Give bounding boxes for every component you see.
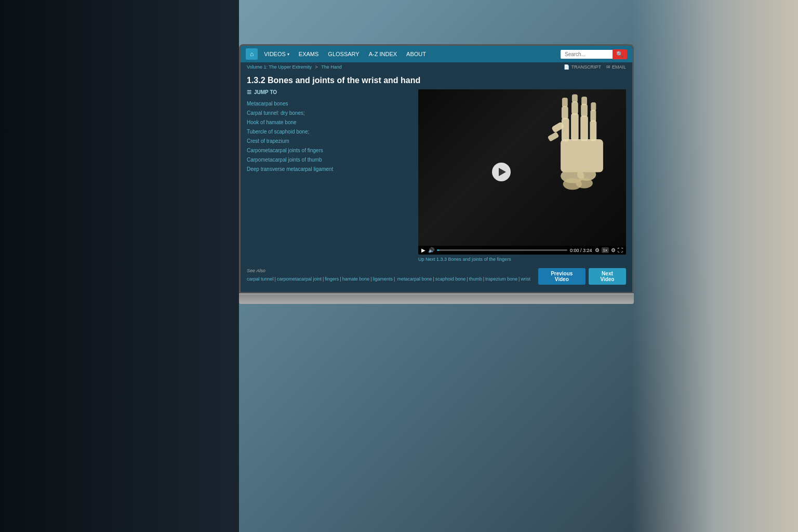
speed-badge[interactable]: 1x <box>602 247 609 253</box>
laptop-base <box>239 294 634 304</box>
see-also-link[interactable]: thumb <box>469 276 482 282</box>
see-also-link[interactable]: wrist <box>521 276 530 282</box>
main-content: 1.3.2 Bones and joints of the wrist and … <box>241 72 632 292</box>
svg-rect-12 <box>591 102 596 111</box>
search-container: 🔍 <box>561 49 627 59</box>
breadcrumb: Volume 1: The Upper Extremity > The Hand <box>247 64 342 70</box>
nav-bar: ⌂ VIDEOS ▾ EXAMS GLOSSARY A-Z INDEX <box>241 46 632 62</box>
page-title: 1.3.2 Bones and joints of the wrist and … <box>247 76 626 85</box>
video-thumbnail <box>418 89 626 255</box>
breadcrumb-bar: Volume 1: The Upper Extremity > The Hand… <box>241 62 632 72</box>
up-next-bar: Up Next 1.3.3 Bones and joints of the fi… <box>418 255 626 265</box>
left-panel: JUMP TO Metacarpal bones Carpal tunnel: … <box>247 89 413 265</box>
exams-nav-link[interactable]: EXAMS <box>295 49 323 59</box>
home-button[interactable]: ⌂ <box>246 48 258 60</box>
bone-image <box>543 92 621 196</box>
laptop-screen: ⌂ VIDEOS ▾ EXAMS GLOSSARY A-Z INDEX <box>239 44 634 294</box>
see-also-link[interactable]: fingers <box>325 276 339 282</box>
previous-video-button[interactable]: Previous Video <box>538 268 586 285</box>
svg-rect-11 <box>590 110 596 122</box>
see-also-link[interactable]: scaphoid bone <box>435 276 466 282</box>
svg-rect-10 <box>590 121 596 141</box>
videos-dropdown-arrow: ▾ <box>287 52 289 57</box>
list-item[interactable]: Carpometacarpal joints of fingers <box>247 146 413 155</box>
email-icon: ✉ <box>606 64 610 70</box>
videos-nav-link[interactable]: VIDEOS ▾ <box>260 49 294 59</box>
list-item[interactable]: Deep transverse metacarpal ligament <box>247 165 413 174</box>
az-index-nav-link[interactable]: A-Z INDEX <box>365 49 401 59</box>
laptop-container: ⌂ VIDEOS ▾ EXAMS GLOSSARY A-Z INDEX <box>239 44 634 320</box>
jump-to-header: JUMP TO <box>247 89 413 95</box>
email-link[interactable]: ✉ EMAIL <box>606 64 626 70</box>
play-icon <box>499 168 506 176</box>
list-item[interactable]: Carpal tunnel: dry bones; <box>247 109 413 118</box>
see-also-link[interactable]: ligaments <box>373 276 393 282</box>
video-container: ▶ 🔊 0:00 / 3:24 <box>418 89 626 255</box>
settings2-button[interactable]: ⚙ <box>611 247 616 253</box>
bg-dark-left <box>0 0 239 532</box>
list-item[interactable]: Carpometacarpal joints of thumb <box>247 155 413 165</box>
glossary-nav-link[interactable]: GLOSSARY <box>324 49 363 59</box>
svg-rect-8 <box>581 104 588 117</box>
ctrl-right: ⚙ 1x ⚙ ⛶ <box>595 247 623 253</box>
svg-rect-6 <box>572 95 578 102</box>
settings-button[interactable]: ⚙ <box>595 247 600 253</box>
bottom-section: See Also carpal tunnel | carpometacarpal… <box>247 268 626 285</box>
search-input[interactable] <box>561 50 613 59</box>
play-pause-button[interactable]: ▶ <box>421 247 425 253</box>
see-also: See Also carpal tunnel | carpometacarpal… <box>247 268 538 282</box>
transcript-icon: 📄 <box>564 64 569 70</box>
list-item[interactable]: Hook of hamate bone <box>247 118 413 127</box>
nav-links: VIDEOS ▾ EXAMS GLOSSARY A-Z INDEX ABOUT <box>260 49 561 59</box>
see-also-label: See Also <box>247 268 265 273</box>
volume-button[interactable]: 🔊 <box>428 247 434 253</box>
see-also-links: carpal tunnel | carpometacarpal joint | … <box>247 276 530 282</box>
svg-rect-7 <box>580 115 588 141</box>
progress-bar[interactable] <box>437 249 567 251</box>
svg-rect-2 <box>562 106 568 119</box>
see-also-link[interactable]: carpometacarpal joint <box>277 276 322 282</box>
jump-list: Metacarpal bones Carpal tunnel: dry bone… <box>247 99 413 174</box>
time-display: 0:00 / 3:24 <box>570 248 592 253</box>
svg-rect-3 <box>562 98 568 107</box>
bottom-row: See Also carpal tunnel | carpometacarpal… <box>247 265 626 288</box>
svg-rect-1 <box>562 118 569 141</box>
play-button[interactable] <box>492 163 511 181</box>
video-controls: ▶ 🔊 0:00 / 3:24 <box>418 246 626 255</box>
content-row: JUMP TO Metacarpal bones Carpal tunnel: … <box>247 89 626 265</box>
fullscreen-button[interactable]: ⛶ <box>618 247 623 253</box>
transcript-link[interactable]: 📄 TRANSCRIPT <box>564 64 601 70</box>
see-also-link[interactable]: trapezium bone <box>485 276 517 282</box>
svg-rect-5 <box>571 101 578 114</box>
see-also-link[interactable]: carpal tunnel <box>247 276 274 282</box>
see-also-link[interactable]: hamate bone <box>342 276 370 282</box>
svg-rect-14 <box>548 131 560 141</box>
svg-rect-0 <box>561 139 603 172</box>
svg-rect-9 <box>581 97 587 105</box>
progress-fill <box>437 249 440 251</box>
see-also-link[interactable]: metacarpal bone <box>397 276 432 282</box>
app-ui: ⌂ VIDEOS ▾ EXAMS GLOSSARY A-Z INDEX <box>241 46 632 292</box>
bg-right <box>632 0 798 532</box>
video-panel: ▶ 🔊 0:00 / 3:24 <box>418 89 626 265</box>
list-item[interactable]: Crest of trapezium <box>247 137 413 146</box>
up-next-text: Up Next 1.3.3 Bones and joints of the fi… <box>418 257 511 262</box>
breadcrumb-actions: 📄 TRANSCRIPT ✉ EMAIL <box>564 64 626 70</box>
list-item[interactable]: Metacarpal bones <box>247 99 413 109</box>
search-button[interactable]: 🔍 <box>613 49 627 59</box>
nav-buttons: Previous Video Next Video <box>538 268 626 285</box>
svg-point-18 <box>576 178 593 188</box>
svg-rect-4 <box>571 113 579 141</box>
list-item[interactable]: Tubercle of scaphoid bone; <box>247 127 413 137</box>
next-video-button[interactable]: Next Video <box>589 268 626 285</box>
about-nav-link[interactable]: ABOUT <box>402 49 430 59</box>
